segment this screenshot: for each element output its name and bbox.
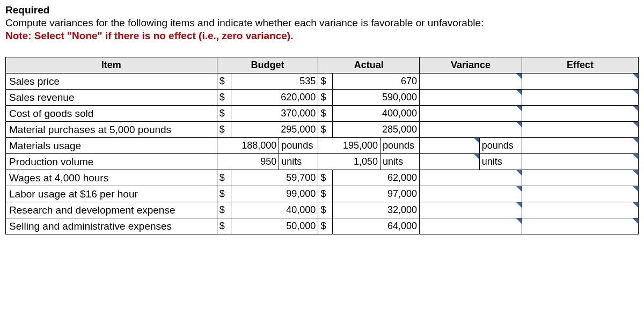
dropdown-indicator-icon xyxy=(516,186,522,192)
budget-symbol: $ xyxy=(217,202,231,218)
variance-cell[interactable] xyxy=(420,202,522,218)
variance-cell[interactable] xyxy=(420,122,522,138)
effect-select[interactable] xyxy=(522,122,638,137)
dropdown-indicator-icon xyxy=(633,90,638,95)
budget-value: 59,700 xyxy=(231,170,318,186)
effect-select[interactable] xyxy=(522,171,638,186)
actual-symbol: $ xyxy=(318,170,332,186)
budget-symbol xyxy=(217,138,231,154)
effect-cell[interactable] xyxy=(522,202,638,218)
effect-cell[interactable] xyxy=(522,138,638,154)
table-row: Wages at 4,000 hours$59,700$62,000 xyxy=(6,170,639,186)
variance-unit: units xyxy=(479,154,522,170)
actual-symbol xyxy=(318,138,332,154)
dropdown-indicator-icon xyxy=(474,138,479,143)
effect-cell[interactable] xyxy=(522,106,638,122)
effect-select[interactable] xyxy=(522,90,638,105)
variance-input[interactable] xyxy=(420,90,522,105)
actual-symbol xyxy=(318,154,332,170)
actual-symbol: $ xyxy=(318,90,332,106)
variance-input[interactable] xyxy=(420,187,522,202)
variance-cell[interactable] xyxy=(420,186,522,202)
item-label: Materials usage xyxy=(6,138,217,154)
actual-value: 32,000 xyxy=(332,202,419,218)
variance-cell[interactable] xyxy=(420,90,522,106)
effect-select[interactable] xyxy=(522,138,638,153)
table-row: Material purchases at 5,000 pounds$295,0… xyxy=(6,122,639,138)
variance-input[interactable] xyxy=(420,106,522,121)
variance-input[interactable] xyxy=(420,171,522,186)
item-label: Material purchases at 5,000 pounds xyxy=(6,122,217,138)
budget-value: 370,000 xyxy=(231,106,318,122)
note-text: Note: Select "None" if there is no effec… xyxy=(5,30,639,42)
variance-input[interactable] xyxy=(420,122,522,137)
item-label: Sales revenue xyxy=(6,90,217,106)
actual-value: 97,000 xyxy=(332,186,419,202)
variance-input[interactable] xyxy=(420,203,522,218)
table-row: Cost of goods sold$370,000$400,000 xyxy=(6,106,639,122)
budget-symbol xyxy=(217,154,231,170)
budget-symbol: $ xyxy=(217,106,231,122)
effect-select[interactable] xyxy=(522,203,638,218)
dropdown-indicator-icon xyxy=(633,106,638,111)
actual-value: 195,000 xyxy=(332,138,380,154)
effect-select[interactable] xyxy=(522,155,638,170)
dropdown-indicator-icon xyxy=(633,154,638,159)
variance-unit: pounds xyxy=(479,138,522,154)
actual-value: 62,000 xyxy=(332,170,419,186)
effect-select[interactable] xyxy=(522,106,638,121)
item-label: Wages at 4,000 hours xyxy=(6,170,217,186)
actual-symbol: $ xyxy=(318,122,332,138)
budget-symbol: $ xyxy=(217,74,231,90)
header-effect: Effect xyxy=(522,57,638,74)
variance-input[interactable] xyxy=(420,219,522,234)
effect-cell[interactable] xyxy=(522,122,638,138)
table-row: Selling and administrative expenses$50,0… xyxy=(6,218,639,234)
budget-value: 188,000 xyxy=(231,138,279,154)
variance-input[interactable] xyxy=(420,74,522,89)
item-label: Cost of goods sold xyxy=(6,106,217,122)
variance-cell[interactable] xyxy=(420,170,522,186)
actual-unit: units xyxy=(380,154,420,170)
table-row: Research and development expense$40,000$… xyxy=(6,202,639,218)
variance-cell[interactable] xyxy=(420,218,522,234)
actual-symbol: $ xyxy=(318,218,332,234)
effect-select[interactable] xyxy=(522,187,638,202)
variance-cell[interactable] xyxy=(420,74,522,90)
budget-value: 535 xyxy=(231,74,318,90)
effect-cell[interactable] xyxy=(522,90,638,106)
budget-symbol: $ xyxy=(217,170,231,186)
effect-cell[interactable] xyxy=(522,74,638,90)
dropdown-indicator-icon xyxy=(633,186,638,192)
variance-cell[interactable] xyxy=(420,106,522,122)
table-row: Sales revenue$620,000$590,000 xyxy=(6,90,639,106)
variance-input[interactable] xyxy=(420,138,479,153)
budget-unit: pounds xyxy=(279,138,318,154)
dropdown-indicator-icon xyxy=(633,170,638,175)
actual-value: 590,000 xyxy=(332,90,419,106)
budget-value: 620,000 xyxy=(231,90,318,106)
effect-cell[interactable] xyxy=(522,170,638,186)
item-label: Labor usage at $16 per hour xyxy=(6,186,217,202)
dropdown-indicator-icon xyxy=(633,218,638,224)
dropdown-indicator-icon xyxy=(516,202,522,208)
budget-value: 295,000 xyxy=(231,122,318,138)
dropdown-indicator-icon xyxy=(474,154,479,159)
variance-input[interactable] xyxy=(420,155,479,170)
variance-cell[interactable] xyxy=(420,154,480,170)
actual-value: 1,050 xyxy=(332,154,380,170)
table-row: Labor usage at $16 per hour$99,000$97,00… xyxy=(6,186,639,202)
effect-cell[interactable] xyxy=(522,218,638,234)
actual-symbol: $ xyxy=(318,186,332,202)
effect-cell[interactable] xyxy=(522,154,638,170)
actual-value: 285,000 xyxy=(332,122,419,138)
budget-value: 99,000 xyxy=(231,186,318,202)
variance-cell[interactable] xyxy=(420,138,480,154)
budget-unit: units xyxy=(279,154,318,170)
budget-value: 50,000 xyxy=(231,218,318,234)
dropdown-indicator-icon xyxy=(633,122,638,127)
effect-select[interactable] xyxy=(522,219,638,234)
effect-cell[interactable] xyxy=(522,186,638,202)
table-row: Materials usage188,000pounds195,000pound… xyxy=(6,138,639,154)
effect-select[interactable] xyxy=(522,74,638,89)
